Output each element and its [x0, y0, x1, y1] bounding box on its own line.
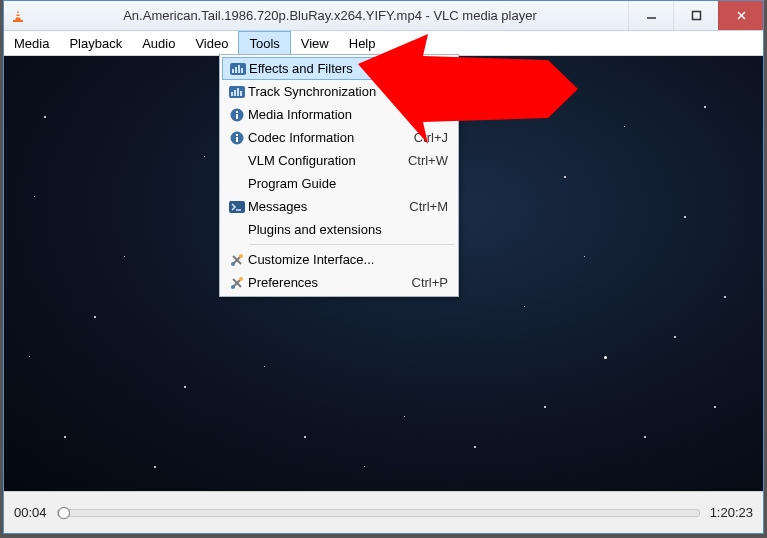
menu-video[interactable]: Video [185, 31, 238, 55]
eq-icon [226, 86, 248, 98]
svg-rect-10 [235, 67, 237, 73]
menu-label: View [301, 36, 329, 51]
menu-item-label: Effects and Filters [249, 61, 395, 76]
svg-rect-15 [234, 90, 236, 96]
menu-item-label: Track Synchronization [248, 84, 448, 99]
menu-item-shortcut: Ctrl+W [408, 153, 448, 168]
tools-menu-item-customize-interface[interactable]: Customize Interface... [222, 248, 456, 271]
svg-rect-1 [13, 20, 23, 22]
minimize-button[interactable] [628, 1, 673, 30]
menu-item-label: Program Guide [248, 176, 448, 191]
tools-menu-item-messages[interactable]: MessagesCtrl+M [222, 195, 456, 218]
tools-menu-item-program-guide[interactable]: Program Guide [222, 172, 456, 195]
svg-point-29 [231, 262, 235, 266]
time-current: 00:04 [14, 505, 47, 520]
maximize-button[interactable] [673, 1, 718, 30]
menu-label: Media [14, 36, 49, 51]
svg-rect-19 [236, 114, 238, 119]
menu-item-label: Plugins and extensions [248, 222, 448, 237]
svg-rect-12 [241, 68, 243, 73]
svg-rect-14 [231, 92, 233, 96]
seek-track[interactable] [57, 509, 700, 517]
terminal-icon [226, 201, 248, 213]
menu-item-label: VLM Configuration [248, 153, 392, 168]
seekbar: 00:04 1:20:23 [4, 491, 763, 533]
wrench-icon [226, 253, 248, 267]
svg-rect-5 [692, 12, 700, 20]
tools-menu-item-media-information[interactable]: Media InformationCtrl+I [222, 103, 456, 126]
tools-menu-item-preferences[interactable]: PreferencesCtrl+P [222, 271, 456, 294]
menu-item-shortcut: Ctrl+M [409, 199, 448, 214]
svg-rect-16 [237, 88, 239, 96]
vlc-cone-icon [10, 8, 26, 24]
menu-tools[interactable]: Tools [238, 31, 290, 55]
menu-playback[interactable]: Playback [59, 31, 132, 55]
menu-label: Audio [142, 36, 175, 51]
time-total: 1:20:23 [710, 505, 753, 520]
menu-item-label: Media Information [248, 107, 401, 122]
window-title: An.American.Tail.1986.720p.BluRay.x264.Y… [32, 8, 628, 23]
svg-rect-2 [16, 13, 20, 14]
menu-item-shortcut: Ctrl+I [417, 107, 448, 122]
menu-item-shortcut: Ctrl+E [411, 61, 447, 76]
menu-item-label: Preferences [248, 275, 396, 290]
menubar: Media Playback Audio Video Tools View He… [4, 31, 763, 56]
svg-rect-23 [236, 134, 238, 136]
svg-point-33 [231, 285, 235, 289]
tools-dropdown: Effects and FiltersCtrl+ETrack Synchroni… [219, 54, 459, 297]
menu-item-label: Customize Interface... [248, 252, 448, 267]
menu-label: Playback [69, 36, 122, 51]
svg-point-28 [239, 254, 243, 258]
close-button[interactable] [718, 1, 763, 30]
info-icon [226, 131, 248, 145]
window-controls [628, 1, 763, 30]
titlebar: An.American.Tail.1986.720p.BluRay.x264.Y… [4, 1, 763, 31]
menu-item-shortcut: Ctrl+P [412, 275, 448, 290]
tools-menu-item-vlm-configuration[interactable]: VLM ConfigurationCtrl+W [222, 149, 456, 172]
menu-label: Help [349, 36, 376, 51]
tools-menu-item-plugins-and-extensions[interactable]: Plugins and extensions [222, 218, 456, 241]
svg-rect-24 [229, 201, 245, 213]
svg-rect-22 [236, 137, 238, 142]
menu-view[interactable]: View [291, 31, 339, 55]
menu-label: Video [195, 36, 228, 51]
svg-point-32 [239, 277, 243, 281]
svg-rect-9 [232, 69, 234, 73]
tools-menu-item-codec-information[interactable]: Codec InformationCtrl+J [222, 126, 456, 149]
seek-thumb[interactable] [58, 507, 70, 519]
wrench-icon [226, 276, 248, 290]
menu-item-label: Codec Information [248, 130, 398, 145]
menu-item-shortcut: Ctrl+J [414, 130, 448, 145]
svg-rect-17 [240, 91, 242, 96]
eq-icon [227, 63, 249, 75]
menu-help[interactable]: Help [339, 31, 386, 55]
menu-media[interactable]: Media [4, 31, 59, 55]
tools-menu-item-effects-and-filters[interactable]: Effects and FiltersCtrl+E [222, 57, 456, 80]
info-icon [226, 108, 248, 122]
menu-audio[interactable]: Audio [132, 31, 185, 55]
svg-rect-3 [16, 16, 21, 17]
svg-rect-11 [238, 65, 240, 73]
menu-item-label: Messages [248, 199, 393, 214]
svg-rect-20 [236, 111, 238, 113]
tools-menu-item-track-synchronization[interactable]: Track Synchronization [222, 80, 456, 103]
menu-label: Tools [249, 36, 279, 51]
svg-marker-0 [15, 10, 21, 21]
menu-separator [250, 244, 454, 245]
